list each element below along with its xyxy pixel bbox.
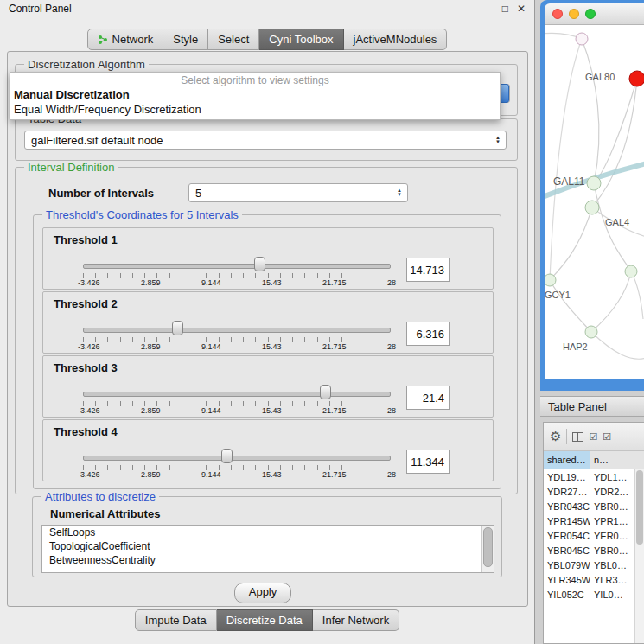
slider-thumb[interactable] [320, 385, 331, 399]
table-row[interactable]: YER054CYER0… [544, 528, 644, 543]
node-label: GAL80 [585, 72, 615, 82]
table-row[interactable]: YBL079WYBL0… [544, 558, 644, 572]
slider-thumb[interactable] [254, 257, 265, 271]
tick-label: 28 [387, 342, 396, 351]
tick-label: -3.426 [78, 406, 100, 415]
gear-icon[interactable]: ⚙ [550, 429, 561, 444]
tick-label: 2.859 [141, 278, 161, 287]
list-item[interactable]: BetweennessCentrality [42, 553, 494, 567]
slider-tick-labels: -3.4262.8599.14415.4321.71528 [78, 342, 396, 351]
network-window-titlebar [545, 3, 644, 25]
dropdown-option-equal-width[interactable]: Equal Width/Frequency Discretization [10, 102, 500, 117]
table-scrollbar[interactable] [634, 469, 644, 643]
network-node[interactable] [585, 326, 597, 338]
table-row[interactable]: YDL19…YDL1… [544, 469, 644, 484]
threshold-label: Threshold 3 [54, 361, 118, 374]
threshold-value-field[interactable]: 11.344 [406, 450, 450, 474]
slider-thumb[interactable] [221, 449, 233, 463]
interval-definition-group: Interval Definition Number of Intervals … [15, 167, 518, 494]
slider-thumb[interactable] [172, 321, 183, 335]
window-title: Control Panel [9, 3, 72, 15]
network-node[interactable] [587, 176, 601, 190]
thresholds-group: Threshold's Coordinates for 5 Intervals … [33, 214, 501, 489]
threshold-value-field[interactable]: 14.713 [406, 258, 450, 282]
control-panel-titlebar: Control Panel □ ✕ [0, 0, 534, 17]
apply-button[interactable]: Apply [234, 583, 291, 603]
threshold-value-field[interactable]: 21.4 [406, 386, 450, 410]
table-row[interactable]: YBR043CYBR0… [544, 499, 644, 513]
table-panel-title: Table Panel [548, 400, 607, 413]
mac-zoom-button[interactable] [585, 9, 596, 19]
table-row[interactable]: YLR345WYLR3… [544, 572, 644, 587]
table-cell[interactable]: YLR345W [544, 575, 590, 585]
tick-label: 21.715 [322, 342, 347, 351]
selected-network-node[interactable] [629, 71, 644, 86]
network-node[interactable] [625, 265, 637, 277]
close-icon[interactable]: ✕ [517, 3, 526, 15]
tab-style[interactable]: Style [163, 29, 208, 50]
tick-label: 15.43 [262, 406, 282, 415]
list-item[interactable]: TopologicalCoefficient [42, 539, 494, 553]
tab-jactivemnodules[interactable]: jActiveMNodules [344, 29, 448, 50]
scrollbar-thumb[interactable] [636, 470, 643, 545]
table-cell[interactable]: YBR043C [544, 501, 590, 512]
table-data-group: Table Data galFiltered.sif default node … [15, 118, 518, 161]
tick-label: 28 [387, 406, 396, 415]
list-item[interactable]: SelfLoops [42, 526, 494, 539]
table-cell[interactable]: YBR045C [544, 545, 590, 556]
columns-icon[interactable] [572, 432, 583, 442]
tick-label: -3.426 [78, 470, 100, 479]
network-canvas[interactable]: GAL80 GAL11 GAL4 GCY1 HAP2 [545, 25, 644, 379]
table-row[interactable]: YBR045CYBR0… [544, 543, 644, 558]
threshold-slider[interactable]: -3.4262.8599.14415.4321.71528 [83, 252, 391, 287]
threshold-block-3: Threshold 3 -3.4262.8599.14415.4321.7152… [42, 355, 494, 418]
table-row[interactable]: YPR145WYPR1… [544, 513, 644, 528]
scrollbar-thumb[interactable] [483, 527, 493, 567]
table-cell[interactable]: YDL19… [544, 472, 590, 482]
list-scrollbar[interactable] [481, 526, 494, 572]
tab-network[interactable]: Network [87, 29, 164, 50]
mac-minimize-button[interactable] [569, 9, 579, 19]
network-node[interactable] [585, 201, 599, 214]
table-cell[interactable]: YPR145W [544, 516, 590, 526]
group-title: Attributes to discretize [41, 490, 159, 503]
tick-label: 15.43 [262, 278, 282, 287]
threshold-slider[interactable]: -3.4262.8599.14415.4321.71528 [83, 444, 391, 479]
network-node[interactable] [545, 274, 556, 286]
tick-label: 15.43 [262, 342, 282, 351]
node-label: GCY1 [545, 290, 571, 300]
threshold-slider[interactable]: -3.4262.8599.14415.4321.71528 [83, 316, 391, 351]
tick-label: 9.144 [201, 278, 221, 287]
tab-select[interactable]: Select [208, 29, 259, 50]
node-label: GAL11 [553, 175, 585, 188]
tab-impute-data[interactable]: Impute Data [135, 609, 217, 631]
tab-label: Impute Data [145, 614, 207, 627]
dropdown-option-manual[interactable]: Manual Discretization [10, 87, 500, 102]
tab-discretize-data[interactable]: Discretize Data [217, 609, 313, 631]
tick-label: 9.144 [201, 470, 221, 479]
num-intervals-combobox[interactable]: 5 ▲▼ [188, 183, 408, 202]
select-none-icon[interactable]: ☑ [603, 431, 611, 443]
table-data-combobox[interactable]: galFiltered.sif default node ▲▼ [24, 131, 507, 150]
tick-label: 2.859 [141, 470, 161, 479]
slider-track [83, 328, 391, 333]
threshold-slider[interactable]: -3.4262.8599.14415.4321.71528 [83, 380, 391, 415]
network-node[interactable] [576, 33, 588, 45]
tab-cyni-toolbox[interactable]: Cyni Toolbox [259, 29, 343, 50]
table-cell[interactable]: YIL052C [544, 590, 590, 600]
tab-infer-network[interactable]: Infer Network [313, 609, 399, 631]
column-header-shared-name[interactable]: shared… [544, 451, 590, 469]
mac-close-button[interactable] [552, 9, 563, 19]
table-row[interactable]: YIL052CYIL0… [544, 587, 644, 602]
float-window-icon[interactable]: □ [502, 3, 508, 15]
table-cell[interactable]: YBL079W [544, 560, 590, 571]
table-cell[interactable]: YER054C [544, 531, 590, 541]
table-cell[interactable]: YDR27… [544, 487, 590, 497]
column-header-name[interactable]: n… [590, 451, 644, 469]
threshold-value-field[interactable]: 6.316 [406, 322, 450, 346]
numerical-attributes-list[interactable]: SelfLoopsTopologicalCoefficientBetweenne… [41, 525, 494, 573]
node-table-body: YDL19…YDL1…YDR27…YDR2…YBR043CYBR0…YPR145… [544, 469, 644, 602]
table-row[interactable]: YDR27…YDR2… [544, 484, 644, 499]
select-all-icon[interactable]: ☑ [589, 431, 597, 443]
table-panel-header[interactable]: Table Panel [540, 396, 644, 417]
